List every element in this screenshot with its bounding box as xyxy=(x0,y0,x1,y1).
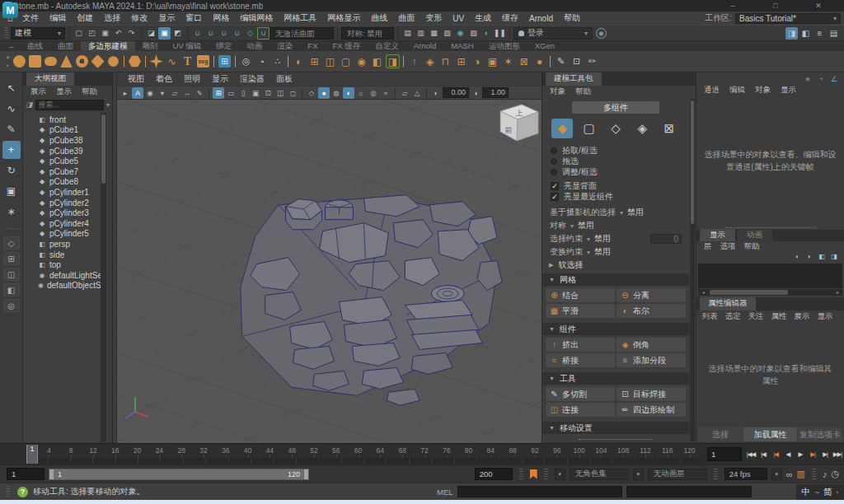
step-back-button[interactable]: |◀ xyxy=(757,448,769,461)
attribute-menu-item[interactable]: 选定 xyxy=(721,311,744,322)
attribute-menu-item[interactable]: 属性 xyxy=(767,311,790,322)
smooth-mesh-preview-icon[interactable]: ● xyxy=(532,52,547,72)
universal-manipulator-icon[interactable]: ∗ xyxy=(2,203,21,221)
playback-range-bar[interactable]: 1 120 xyxy=(49,469,309,480)
delete-history-icon[interactable]: ◔ xyxy=(254,52,270,72)
multi-component-button[interactable]: 多组件 xyxy=(572,101,659,114)
uv-mode-icon[interactable]: ⊠ xyxy=(659,119,680,138)
motion-blur-icon[interactable]: ≈ xyxy=(380,87,392,99)
anim-layer-menu-icon[interactable]: ▾ xyxy=(633,469,644,480)
menu-item[interactable]: 曲线 xyxy=(366,12,393,24)
target-weld-icon[interactable]: ⊡ xyxy=(569,52,584,72)
scroll-right-icon[interactable]: ▸ xyxy=(833,289,842,296)
shelf-tab[interactable]: 运动图形 xyxy=(481,41,528,51)
shelf-tab[interactable]: 雕刻 xyxy=(135,41,166,51)
toolkit-menu-item[interactable]: 帮助 xyxy=(571,86,595,97)
grid-toggle-icon[interactable]: ⊞ xyxy=(213,87,224,99)
menu-item[interactable]: 显示 xyxy=(153,12,181,24)
mel-input-field[interactable] xyxy=(457,486,622,497)
persp-outliner-layout-button[interactable]: ◫ xyxy=(3,268,20,281)
attribute-editor-button[interactable]: 复制选项卡 xyxy=(798,427,842,441)
shelf-tab[interactable]: Arnold xyxy=(406,41,443,51)
menu-set-selector[interactable]: 建模 ▾ xyxy=(11,27,65,40)
channel-manipulator-icon[interactable]: ∗ xyxy=(803,74,813,83)
textured-display-icon[interactable]: ◍ xyxy=(331,87,342,99)
shelf-tab[interactable]: 绑定 xyxy=(209,41,239,51)
ime-language[interactable]: 中 xyxy=(802,487,811,498)
poly-plane-icon[interactable] xyxy=(90,52,106,72)
evaluation-clock-icon[interactable]: ◷ xyxy=(831,469,839,479)
attribute-menu-item[interactable]: 显示 xyxy=(814,311,837,322)
selection-constraint-row[interactable]: 选择约束 ▾ 禁用 0 xyxy=(542,232,689,245)
timeline-cells[interactable] xyxy=(25,458,701,464)
shelf-tab[interactable]: 动画 xyxy=(239,41,270,51)
ime-indicator[interactable]: 中 ~ 简 ¹ xyxy=(796,484,844,500)
vp-separator[interactable] xyxy=(395,88,396,98)
wireframe-display-icon[interactable]: ◇ xyxy=(306,87,317,99)
attribute-menu-item[interactable]: 关注 xyxy=(744,311,767,322)
hypershade-icon[interactable]: ◐ xyxy=(481,27,493,40)
bevel-button[interactable]: ◈ 倒角 xyxy=(617,338,686,352)
outliner-item[interactable]: side xyxy=(24,250,106,260)
light-editor-icon[interactable]: ◉ xyxy=(454,27,467,40)
undo-icon[interactable]: ↶ xyxy=(112,27,124,40)
select-object-icon[interactable]: ▣ xyxy=(158,27,171,40)
scrollbar-thumb[interactable] xyxy=(691,100,694,224)
camera-bookmark-icon[interactable]: ▾ xyxy=(157,87,168,99)
account-icon[interactable]: ◉ xyxy=(596,28,607,39)
pause-viewport-icon[interactable]: ❚❚ xyxy=(494,27,506,40)
shelf-tab[interactable]: 自定义 xyxy=(368,41,406,51)
wedge-face-icon[interactable]: ◑ xyxy=(469,52,485,72)
lasso-tool-icon[interactable]: ∿ xyxy=(2,100,21,118)
mesh-section-header[interactable]: ▼ 网格 xyxy=(542,273,689,286)
filter-icon[interactable]: ◨ xyxy=(26,100,33,109)
menu-item[interactable]: 文件 xyxy=(17,12,45,24)
modeling-toolkit-toggle-icon[interactable]: ▤ xyxy=(828,27,840,40)
render-current-frame-icon[interactable]: ▥ xyxy=(415,27,427,40)
fill-hole-icon[interactable]: ▢ xyxy=(338,52,354,72)
outliner-item[interactable]: pCylinder5 xyxy=(24,229,106,240)
ipr-render-icon[interactable]: ▦ xyxy=(428,27,440,40)
toolkit-scrollbar[interactable] xyxy=(690,99,695,441)
layer-up-icon[interactable]: ◖ xyxy=(792,252,802,261)
multi-cut-button[interactable]: ✎ 多切割 xyxy=(546,387,615,401)
mirror-cut-icon[interactable]: ◨ xyxy=(385,52,401,72)
new-scene-icon[interactable]: ▢ xyxy=(73,27,85,40)
connect-button[interactable]: ◫ 连接 xyxy=(546,403,615,417)
outliner-item[interactable]: defaultLightSet xyxy=(24,270,106,281)
viewport-menu-item[interactable]: 面板 xyxy=(270,73,298,85)
snap-curve-icon[interactable]: ∪ xyxy=(204,27,217,40)
play-backwards-button[interactable]: ◀ xyxy=(782,448,794,461)
outliner-item[interactable]: pCylinder3 xyxy=(24,208,106,218)
select-tool-icon[interactable]: ↖ xyxy=(2,79,21,97)
outliner-item[interactable]: pCube7 xyxy=(24,166,106,177)
exposure-icon[interactable]: ◐ xyxy=(430,87,442,99)
resolution-gate-icon[interactable]: ▯ xyxy=(237,87,249,99)
smooth-button[interactable]: ▦ 平滑 xyxy=(546,304,615,318)
outliner-item[interactable]: front xyxy=(24,114,106,125)
step-forward-button[interactable]: ▶| xyxy=(819,448,831,461)
type-text-icon[interactable]: T xyxy=(180,52,195,72)
viewport-select-icon[interactable]: ▸ xyxy=(120,87,131,99)
timeline-track[interactable]: 1 48121620242832364044485256606468727680… xyxy=(25,444,701,464)
timeline-playhead[interactable]: 1 xyxy=(26,445,38,464)
render-settings-icon[interactable]: ▧ xyxy=(441,27,453,40)
bridge-icon[interactable]: ⊓ xyxy=(438,52,453,72)
outliner-item[interactable]: pCube5 xyxy=(24,156,106,166)
attribute-editor-tab[interactable]: 属性编辑器 xyxy=(700,297,756,310)
layer-menu-item[interactable]: 层 xyxy=(700,241,716,252)
separate-icon[interactable]: ◫ xyxy=(322,52,338,72)
layer-menu-item[interactable]: 帮助 xyxy=(740,241,764,252)
checkbox-option[interactable]: ✓ 亮显最近组件 xyxy=(542,191,689,202)
fps-dropdown-icon[interactable]: ▾ xyxy=(771,469,782,480)
select-component-icon[interactable]: ◩ xyxy=(171,27,184,40)
login-button[interactable]: 登录 ▾ xyxy=(513,27,593,40)
shelf-separator[interactable] xyxy=(235,54,236,69)
viewport-menu-item[interactable]: 视图 xyxy=(122,73,150,85)
attribute-editor-button[interactable]: 加载属性 xyxy=(743,427,797,441)
default-material-icon[interactable]: ◐ xyxy=(343,87,354,99)
open-scene-icon[interactable]: ◰ xyxy=(86,27,98,40)
mel-label[interactable]: MEL xyxy=(437,488,453,497)
character-set-menu-icon[interactable]: ▾ xyxy=(555,469,565,480)
radio-option[interactable]: 拖选 xyxy=(542,156,689,166)
